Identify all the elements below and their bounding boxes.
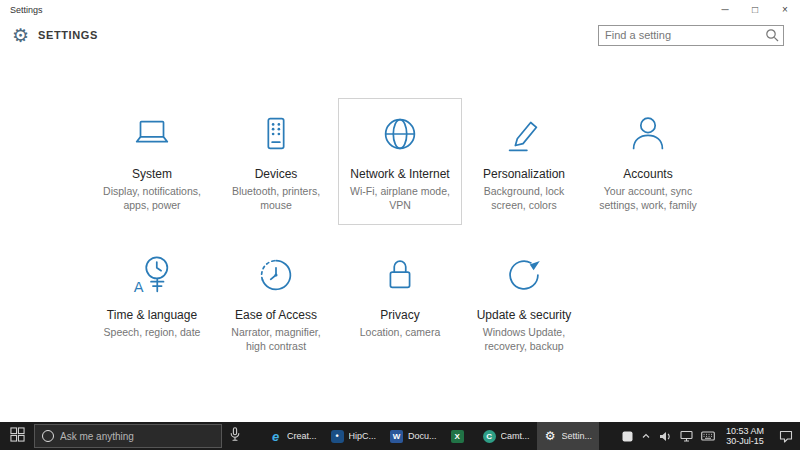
pen-icon	[467, 109, 581, 159]
taskbar-app-label: Creat...	[287, 431, 317, 441]
edge-icon: e	[269, 430, 282, 443]
tile-title: Ease of Access	[219, 308, 333, 322]
start-button[interactable]	[0, 422, 34, 450]
tile-accounts[interactable]: Accounts Your account, sync settings, wo…	[586, 98, 710, 225]
search-icon[interactable]	[761, 28, 783, 42]
tile-devices[interactable]: Devices Bluetooth, printers, mouse	[214, 98, 338, 225]
devices-icon	[219, 109, 333, 159]
tray-app-icon[interactable]	[622, 422, 633, 450]
taskbar-app-excel[interactable]: X	[444, 422, 476, 450]
taskbar-app-settings[interactable]: ⚙ Settin...	[537, 422, 600, 450]
tile-desc: Bluetooth, printers, mouse	[219, 185, 333, 212]
taskbar-app-camtasia[interactable]: C Camt...	[476, 422, 537, 450]
tile-desc: Narrator, magnifier, high contrast	[219, 326, 333, 353]
tile-title: System	[95, 167, 209, 181]
tile-title: Accounts	[591, 167, 705, 181]
keyboard-icon[interactable]	[701, 422, 715, 450]
window-title: Settings	[10, 0, 43, 15]
clock-date: 30-Jul-15	[726, 436, 764, 447]
tile-title: Privacy	[343, 308, 457, 322]
tile-update-security[interactable]: Update & security Windows Update, recove…	[462, 239, 586, 366]
tile-desc: Speech, region, date	[95, 326, 209, 340]
taskbar-app-edge[interactable]: e Creat...	[262, 422, 324, 450]
tile-network-internet[interactable]: Network & Internet Wi-Fi, airplane mode,…	[338, 98, 462, 225]
minimize-button[interactable]: ─	[710, 0, 740, 19]
tile-desc: Wi-Fi, airplane mode, VPN	[343, 185, 457, 212]
network-icon[interactable]	[680, 422, 693, 450]
lock-icon	[343, 250, 457, 300]
tile-time-language[interactable]: A Time & language Speech, region, date	[90, 239, 214, 366]
tile-desc: Background, lock screen, colors	[467, 185, 581, 212]
tile-title: Time & language	[95, 308, 209, 322]
gear-icon: ⚙	[12, 26, 29, 45]
tile-title: Update & security	[467, 308, 581, 322]
tile-privacy[interactable]: Privacy Location, camera	[338, 239, 462, 366]
settings-icon: ⚙	[544, 430, 557, 443]
cortana-icon	[42, 430, 54, 442]
search-input[interactable]	[599, 29, 761, 41]
ease-of-access-icon	[219, 250, 333, 300]
tile-desc: Windows Update, recovery, backup	[467, 326, 581, 353]
camtasia-icon: C	[483, 430, 496, 443]
svg-text:A: A	[134, 280, 144, 296]
person-icon	[591, 109, 705, 159]
word-icon: W	[390, 430, 403, 443]
maximize-button[interactable]: □	[740, 0, 770, 19]
chevron-up-icon[interactable]	[641, 422, 651, 450]
clock-language-icon: A	[95, 250, 209, 300]
tile-desc: Display, notifications, apps, power	[95, 185, 209, 212]
cortana-searchbox[interactable]	[34, 424, 222, 448]
tile-title: Personalization	[467, 167, 581, 181]
refresh-icon	[467, 250, 581, 300]
tile-personalization[interactable]: Personalization Background, lock screen,…	[462, 98, 586, 225]
action-center-icon[interactable]	[775, 422, 797, 450]
tile-ease-of-access[interactable]: Ease of Access Narrator, magnifier, high…	[214, 239, 338, 366]
hipchat-icon: •	[331, 430, 344, 443]
taskbar-app-label: Camt...	[501, 431, 530, 441]
close-button[interactable]: ×	[770, 0, 800, 19]
cortana-search-input[interactable]	[60, 431, 214, 442]
excel-icon: X	[451, 430, 464, 443]
taskbar-app-word[interactable]: W Docu...	[383, 422, 444, 450]
settings-header: ⚙ SETTINGS	[0, 20, 800, 50]
find-a-setting-searchbox[interactable]	[598, 25, 784, 46]
tile-title: Devices	[219, 167, 333, 181]
taskbar-app-label: Settin...	[562, 431, 593, 441]
window-controls: ─ □ ×	[710, 0, 800, 19]
tile-desc: Your account, sync settings, work, famil…	[591, 185, 705, 212]
taskbar-apps: e Creat... • HipC... W Docu... X C Camt.…	[262, 422, 599, 450]
clock-time: 10:53 AM	[726, 426, 764, 437]
tile-system[interactable]: System Display, notifications, apps, pow…	[90, 98, 214, 225]
system-tray: 10:53 AM 30-Jul-15	[622, 422, 800, 450]
titlebar: Settings ─ □ ×	[0, 0, 800, 20]
microphone-icon	[230, 427, 240, 445]
tile-desc: Location, camera	[343, 326, 457, 340]
settings-categories-grid: System Display, notifications, apps, pow…	[0, 98, 800, 367]
taskbar: e Creat... • HipC... W Docu... X C Camt.…	[0, 422, 800, 450]
microphone-button[interactable]	[222, 422, 248, 450]
taskbar-app-label: HipC...	[349, 431, 377, 441]
tile-title: Network & Internet	[343, 167, 457, 181]
taskbar-app-hipchat[interactable]: • HipC...	[324, 422, 384, 450]
page-title: SETTINGS	[38, 29, 98, 41]
laptop-icon	[95, 109, 209, 159]
taskbar-app-label: Docu...	[408, 431, 437, 441]
taskbar-clock[interactable]: 10:53 AM 30-Jul-15	[726, 426, 764, 447]
windows-logo-icon	[10, 427, 25, 446]
globe-icon	[343, 109, 457, 159]
volume-icon[interactable]	[659, 422, 672, 450]
